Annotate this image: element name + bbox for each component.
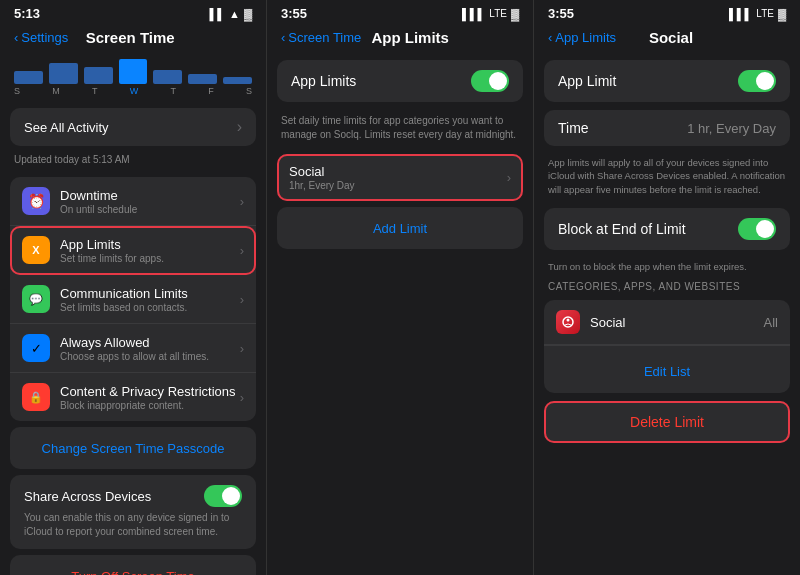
chevron-icon: ›	[237, 118, 242, 136]
back-button-3[interactable]: ‹ App Limits	[548, 30, 616, 45]
chart-bar-f	[188, 74, 217, 84]
status-icons-1: ▌▌ ▲ ▓	[209, 8, 252, 20]
comm-limits-icon: 💬	[22, 285, 50, 313]
chart-bar-m	[49, 63, 78, 84]
nav-title-1: Screen Time	[86, 29, 175, 46]
social-app-item[interactable]: Social All	[544, 300, 790, 345]
chevron-icon: ›	[240, 194, 244, 209]
block-end-row: Block at End of Limit	[544, 208, 790, 250]
nav-title-2: App Limits	[371, 29, 449, 46]
add-limit-button[interactable]: Add Limit	[277, 207, 523, 249]
content-privacy-item[interactable]: 🔒 Content & Privacy Restrictions Block i…	[10, 373, 256, 421]
status-time-1: 5:13	[14, 6, 40, 21]
downtime-title: Downtime	[60, 188, 240, 203]
share-label: Share Across Devices	[24, 489, 151, 504]
battery-icon: ▓	[778, 8, 786, 20]
delete-limit-button[interactable]: Delete Limit	[544, 401, 790, 443]
chevron-icon: ›	[507, 170, 511, 185]
panel-social: 3:55 ▌▌▌ LTE ▓ ‹ App Limits Social App L…	[534, 0, 800, 575]
social-app-icon	[556, 310, 580, 334]
status-bar-2: 3:55 ▌▌▌ LTE ▓	[267, 0, 533, 25]
chart-bar-w	[119, 59, 148, 84]
panel1-content: SM TW TFS See All Activity › Updated tod…	[0, 52, 266, 575]
share-toggle[interactable]	[204, 485, 242, 507]
signal-icon: ▌▌▌	[462, 8, 485, 20]
nav-bar-1: ‹ Settings Screen Time	[0, 25, 266, 52]
block-desc: Turn on to block the app when the limit …	[534, 258, 800, 277]
social-subtitle: 1hr, Every Day	[289, 180, 507, 191]
social-list-item[interactable]: Social 1hr, Every Day ›	[277, 154, 523, 201]
panel3-content: App Limit Time 1 hr, Every Day App limit…	[534, 52, 800, 575]
downtime-subtitle: On until schedule	[60, 204, 240, 215]
app-limits-subtitle: Set time limits for apps.	[60, 253, 240, 264]
time-desc: App limits will apply to all of your dev…	[534, 154, 800, 200]
status-time-3: 3:55	[548, 6, 574, 21]
chevron-icon: ›	[240, 341, 244, 356]
block-label: Block at End of Limit	[558, 221, 686, 237]
app-limit-label: App Limit	[558, 73, 616, 89]
status-bar-1: 5:13 ▌▌ ▲ ▓	[0, 0, 266, 25]
chart-bar-th	[153, 70, 182, 84]
app-limits-desc: Set daily time limits for app categories…	[267, 110, 533, 148]
time-label: Time	[558, 120, 589, 136]
block-toggle[interactable]	[738, 218, 776, 240]
lte-icon: LTE	[756, 8, 774, 19]
turn-off-button[interactable]: Turn Off Screen Time	[10, 555, 256, 575]
chevron-icon: ›	[240, 292, 244, 307]
change-passcode-button[interactable]: Change Screen Time Passcode	[10, 427, 256, 469]
status-time-2: 3:55	[281, 6, 307, 21]
always-allowed-item[interactable]: ✓ Always Allowed Choose apps to allow at…	[10, 324, 256, 373]
back-button-2[interactable]: ‹ Screen Time	[281, 30, 361, 45]
chevron-icon: ›	[240, 390, 244, 405]
svg-point-1	[567, 319, 570, 322]
battery-icon: ▓	[244, 8, 252, 20]
social-title: Social	[289, 164, 507, 179]
app-limits-title: App Limits	[60, 237, 240, 252]
nav-bar-2: ‹ Screen Time App Limits	[267, 25, 533, 52]
app-limits-icon: X	[22, 236, 50, 264]
time-value: 1 hr, Every Day	[687, 121, 776, 136]
see-all-activity[interactable]: See All Activity ›	[10, 108, 256, 146]
status-icons-3: ▌▌▌ LTE ▓	[729, 8, 786, 20]
panel-app-limits: 3:55 ▌▌▌ LTE ▓ ‹ Screen Time App Limits …	[267, 0, 534, 575]
signal-icon: ▌▌	[209, 8, 225, 20]
comm-limits-item[interactable]: 💬 Communication Limits Set limits based …	[10, 275, 256, 324]
content-privacy-subtitle: Block inappropriate content.	[60, 400, 240, 411]
signal-icon: ▌▌▌	[729, 8, 752, 20]
categories-header: CATEGORIES, APPS, AND WEBSITES	[534, 277, 800, 296]
app-limit-row: App Limit	[544, 60, 790, 102]
comm-limits-subtitle: Set limits based on contacts.	[60, 302, 240, 313]
app-limit-toggle[interactable]	[738, 70, 776, 92]
chevron-icon: ›	[240, 243, 244, 258]
share-across-devices-section: Share Across Devices You can enable this…	[10, 475, 256, 549]
wifi-icon: ▲	[229, 8, 240, 20]
chart-bar-s	[14, 71, 43, 84]
chart-bars	[14, 56, 252, 84]
back-arrow-icon-3: ‹	[548, 30, 552, 45]
back-button-1[interactable]: ‹ Settings	[14, 30, 68, 45]
always-allowed-icon: ✓	[22, 334, 50, 362]
social-app-label: Social	[590, 315, 764, 330]
updated-text: Updated today at 5:13 AM	[0, 152, 266, 171]
downtime-item[interactable]: ⏰ Downtime On until schedule ›	[10, 177, 256, 226]
app-limits-toggle[interactable]	[471, 70, 509, 92]
chart-labels: SM TW TFS	[14, 86, 252, 96]
usage-chart: SM TW TFS	[0, 52, 266, 102]
comm-limits-title: Communication Limits	[60, 286, 240, 301]
edit-list-label: Edit List	[644, 356, 690, 383]
settings-list-1: ⏰ Downtime On until schedule › X App Lim…	[10, 177, 256, 421]
app-limits-toggle-label: App Limits	[291, 73, 356, 89]
back-arrow-icon-2: ‹	[281, 30, 285, 45]
share-desc: You can enable this on any device signed…	[24, 511, 242, 539]
time-row[interactable]: Time 1 hr, Every Day	[544, 110, 790, 146]
nav-bar-3: ‹ App Limits Social	[534, 25, 800, 52]
chart-bar-sa	[223, 77, 252, 84]
edit-list-item[interactable]: Edit List	[544, 346, 790, 393]
content-privacy-icon: 🔒	[22, 383, 50, 411]
social-app-all: All	[764, 315, 778, 330]
lte-icon: LTE	[489, 8, 507, 19]
app-limits-item[interactable]: X App Limits Set time limits for apps. ›	[10, 226, 256, 275]
downtime-icon: ⏰	[22, 187, 50, 215]
social-item[interactable]: Social 1hr, Every Day ›	[277, 154, 523, 201]
always-allowed-title: Always Allowed	[60, 335, 240, 350]
